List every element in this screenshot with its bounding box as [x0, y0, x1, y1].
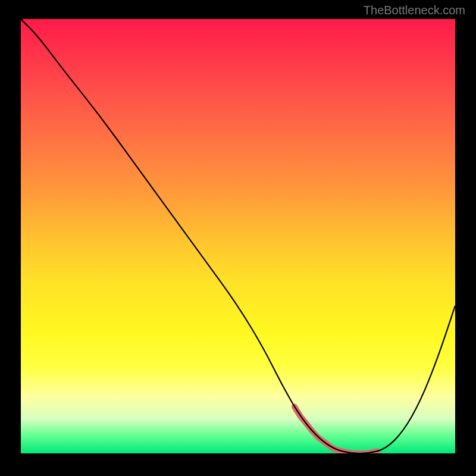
plot-area: [21, 19, 455, 453]
bottleneck-curve: [21, 19, 455, 453]
attribution-text: TheBottleneck.com: [364, 4, 465, 17]
highlight-segment: [295, 407, 377, 453]
chart-svg: [21, 19, 455, 453]
